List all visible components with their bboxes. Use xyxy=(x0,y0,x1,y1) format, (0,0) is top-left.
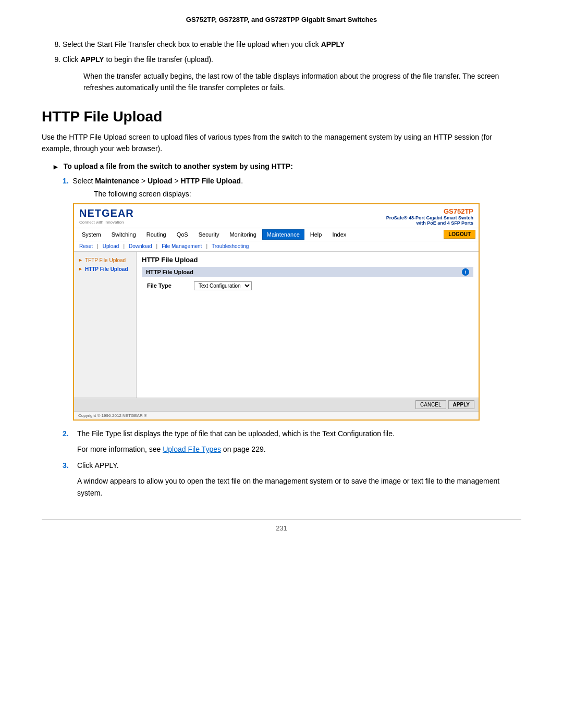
subnav-sep3: | xyxy=(156,243,158,249)
nav-routing[interactable]: Routing xyxy=(142,229,171,240)
step8-text: Select the Start File Transfer check box… xyxy=(63,40,321,48)
section-header-bar: HTTP File Upload i xyxy=(142,267,473,277)
subnav-file-management[interactable]: File Management xyxy=(160,242,204,250)
arrow-icon: ► xyxy=(52,163,59,171)
step-8-item: Select the Start File Transfer check box… xyxy=(63,39,521,50)
header-title: GS752TP, GS728TP, and GS728TPP Gigabit S… xyxy=(186,16,377,23)
following-text: The following screen displays: xyxy=(94,190,521,198)
file-type-select[interactable]: Text Configuration xyxy=(194,281,252,290)
nav-security[interactable]: Security xyxy=(194,229,224,240)
nav-index[interactable]: Index xyxy=(327,229,351,240)
upload-file-types-link[interactable]: Upload File Types xyxy=(163,445,221,453)
sidebar-http-upload[interactable]: ► HTTP File Upload xyxy=(76,265,134,274)
subnav-upload[interactable]: Upload xyxy=(101,242,121,250)
item2-text: The File Type list displays the type of … xyxy=(77,428,521,439)
apply-button[interactable]: APPLY xyxy=(448,400,474,409)
subnav-sep2: | xyxy=(123,243,125,249)
item-2: 2. The File Type list displays the type … xyxy=(42,428,521,439)
ng-body: ► TFTP File Upload ► HTTP File Upload HT… xyxy=(74,252,479,398)
arrow-bullet-text: To upload a file from the switch to anot… xyxy=(64,162,293,170)
for-more2-text: on page 229. xyxy=(221,445,266,453)
item2-num: 2. xyxy=(63,428,77,439)
sidebar-http-label: HTTP File Upload xyxy=(85,266,128,272)
section-intro: Use the HTTP File Upload screen to uploa… xyxy=(42,131,521,155)
item-3: 3. Click APPLY. xyxy=(42,460,521,471)
sub1-bold2: Upload xyxy=(148,177,172,185)
window-para: A window appears to allow you to open th… xyxy=(77,475,521,499)
item3-num: 3. xyxy=(63,460,77,471)
device-info: GS752TP ProSafe® 48-Port Gigabit Smart S… xyxy=(386,207,473,226)
content-title: HTTP File Upload xyxy=(142,256,473,264)
cancel-button[interactable]: CANCEL xyxy=(415,400,446,409)
ng-subnav: Reset | Upload | Download | File Managem… xyxy=(74,241,479,252)
step9-bold: APPLY xyxy=(80,55,104,64)
netgear-logo: NETGEAR Connect with Innovation xyxy=(79,207,134,225)
transfer-paragraph: When the transfer actually begins, the l… xyxy=(83,70,521,94)
step9-rest: to begin the file transfer (upload). xyxy=(104,55,213,64)
nav-help[interactable]: Help xyxy=(305,229,327,240)
nav-system[interactable]: System xyxy=(77,229,106,240)
step8-bold: APPLY xyxy=(321,40,345,48)
sub1-label: Select xyxy=(72,177,95,185)
arrow-bullet: ► To upload a file from the switch to an… xyxy=(52,162,521,171)
step-9-item: Click APPLY to begin the file transfer (… xyxy=(63,54,521,65)
subnav-troubleshooting[interactable]: Troubleshooting xyxy=(210,242,251,250)
ng-copyright: Copyright © 1996-2012 NETGEAR ® xyxy=(74,411,479,419)
device-desc2: with PoE and 4 SFP Ports xyxy=(386,220,473,226)
screenshot-container: NETGEAR Connect with Innovation GS752TP … xyxy=(73,203,480,421)
logo-text: NETGEAR xyxy=(79,207,134,219)
nav-monitoring[interactable]: Monitoring xyxy=(225,229,261,240)
sub1-sep: > xyxy=(139,177,148,185)
item3-dot: . xyxy=(117,461,119,470)
info-icon[interactable]: i xyxy=(462,268,469,276)
logout-button[interactable]: LOGOUT xyxy=(444,230,475,239)
sub1-bold3: HTTP File Upload xyxy=(180,177,241,185)
sidebar-arrow-2: ► xyxy=(78,266,83,272)
page-number: 231 xyxy=(276,524,287,532)
sidebar-arrow-1: ► xyxy=(78,257,83,263)
for-more-text: For more information, see xyxy=(77,445,163,453)
sub1-sep2: > xyxy=(173,177,181,185)
sidebar-tftp-label: TFTP File Upload xyxy=(85,257,126,263)
step9-text: Click xyxy=(63,55,80,64)
page-footer: 231 xyxy=(42,520,521,532)
section-title: HTTP File Upload xyxy=(42,108,521,125)
nav-qos[interactable]: QoS xyxy=(172,229,193,240)
device-desc: ProSafe® 48-Port Gigabit Smart Switch xyxy=(386,215,473,220)
sub-step-1: 1. Select Maintenance > Upload > HTTP Fi… xyxy=(63,175,521,187)
ng-content: HTTP File Upload HTTP File Upload i File… xyxy=(137,252,479,398)
device-model: GS752TP xyxy=(386,207,473,215)
page-header: GS752TP, GS728TP, and GS728TPP Gigabit S… xyxy=(42,10,521,34)
nav-switching[interactable]: Switching xyxy=(107,229,141,240)
item3-text-label: Click xyxy=(77,461,94,470)
sub1-dot: . xyxy=(241,177,243,185)
ng-nav: System Switching Routing QoS Security Mo… xyxy=(74,228,479,241)
field-label-file-type: File Type xyxy=(147,282,194,289)
subnav-download[interactable]: Download xyxy=(127,242,154,250)
section-header-label: HTTP File Upload xyxy=(146,269,193,275)
item3-bold: APPLY xyxy=(94,461,116,470)
item3-text: Click APPLY. xyxy=(77,460,521,471)
ng-sidebar: ► TFTP File Upload ► HTTP File Upload xyxy=(74,252,137,398)
body-numbered-section: 2. The File Type list displays the type … xyxy=(42,428,521,499)
sub1-bold: Maintenance xyxy=(95,177,139,185)
subnav-sep4: | xyxy=(206,243,207,249)
sidebar-tftp-upload[interactable]: ► TFTP File Upload xyxy=(76,256,134,265)
ng-header: NETGEAR Connect with Innovation GS752TP … xyxy=(74,204,479,228)
logo-sub: Connect with Innovation xyxy=(79,220,134,225)
ng-footer: CANCEL APPLY xyxy=(74,398,479,411)
subnav-sep1: | xyxy=(97,243,99,249)
field-row-file-type: File Type Text Configuration xyxy=(142,281,473,290)
nav-maintenance[interactable]: Maintenance xyxy=(262,229,304,240)
subnav-reset[interactable]: Reset xyxy=(77,242,95,250)
for-more-para: For more information, see Upload File Ty… xyxy=(77,443,521,455)
